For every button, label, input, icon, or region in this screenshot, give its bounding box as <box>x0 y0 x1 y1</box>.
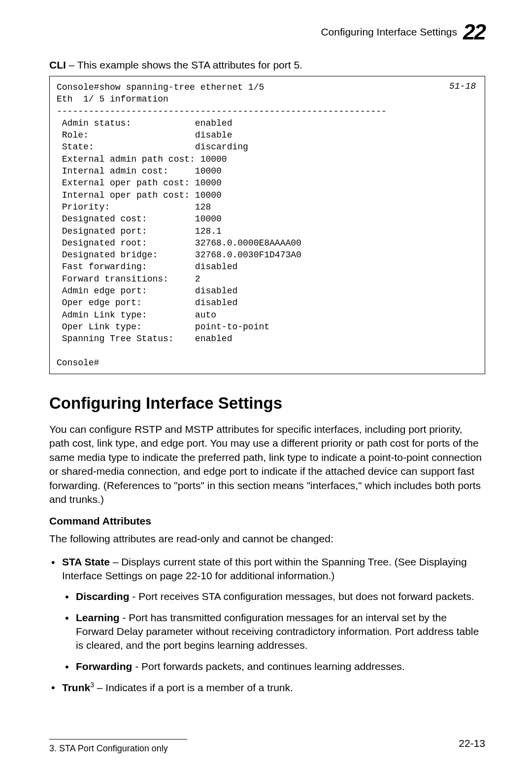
page-number: 22-13 <box>459 738 485 749</box>
footnote: 3. STA Port Configuration only <box>49 743 485 754</box>
learning-text: - Port has transmitted configuration mes… <box>76 612 479 651</box>
sta-state-label: STA State <box>62 556 110 567</box>
header-title: Configuring Interface Settings <box>321 26 457 38</box>
list-item: Learning - Port has transmitted configur… <box>76 611 485 653</box>
sta-state-sublist: Discarding - Port receives STA configura… <box>62 590 485 673</box>
attribute-list: STA State – Displays current state of th… <box>49 555 485 695</box>
sta-state-text: – Displays current state of this port wi… <box>62 556 467 581</box>
list-item: Forwarding - Port forwards packets, and … <box>76 660 485 673</box>
list-item: Discarding - Port receives STA configura… <box>76 590 485 603</box>
trunk-superscript: 3 <box>90 681 94 689</box>
intro-paragraph: You can configure RSTP and MSTP attribut… <box>49 422 485 506</box>
chapter-number: 22 <box>463 20 485 44</box>
cli-intro-text: – This example shows the STA attributes … <box>66 59 302 70</box>
trunk-label: Trunk <box>62 682 90 693</box>
learning-label: Learning <box>76 612 120 623</box>
list-item: Trunk3 – Indicates if a port is a member… <box>62 680 485 695</box>
cli-reference: 51-18 <box>449 81 476 91</box>
page-header: Configuring Interface Settings 22 <box>49 20 485 44</box>
section-title: Configuring Interface Settings <box>49 394 485 413</box>
list-item: STA State – Displays current state of th… <box>62 555 485 673</box>
cli-intro: CLI – This example shows the STA attribu… <box>49 59 485 71</box>
footnote-separator <box>49 739 187 739</box>
forwarding-text: - Port forwards packets, and continues l… <box>132 661 404 672</box>
forwarding-label: Forwarding <box>76 661 132 672</box>
trunk-text: – Indicates if a port is a member of a t… <box>94 682 293 693</box>
readonly-intro: The following attributes are read-only a… <box>49 532 485 546</box>
cli-output-box: 51-18 Console#show spanning-tree etherne… <box>49 76 485 374</box>
cli-output: Console#show spanning-tree ethernet 1/5 … <box>57 81 476 369</box>
discarding-label: Discarding <box>76 591 130 602</box>
cli-label: CLI <box>49 59 66 70</box>
command-attributes-heading: Command Attributes <box>49 515 485 527</box>
discarding-text: - Port receives STA configuration messag… <box>130 591 474 602</box>
